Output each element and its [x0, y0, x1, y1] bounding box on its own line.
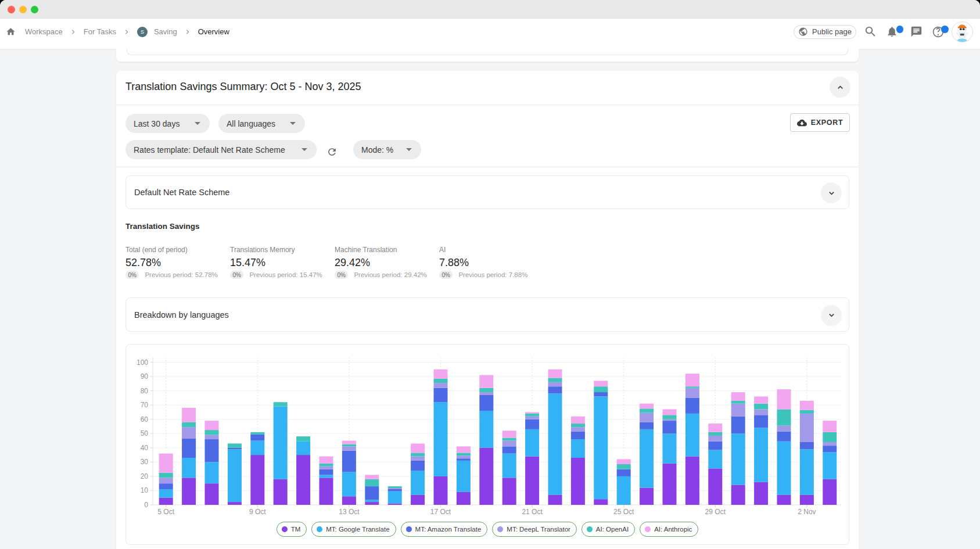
svg-text:40: 40	[141, 444, 149, 452]
svg-text:30: 30	[141, 458, 149, 466]
svg-text:2 Nov: 2 Nov	[798, 508, 816, 516]
svg-text:21 Oct: 21 Oct	[522, 508, 543, 516]
svg-text:10: 10	[141, 486, 149, 494]
svg-text:90: 90	[141, 372, 149, 381]
svg-text:0: 0	[144, 501, 148, 509]
svg-text:13 Oct: 13 Oct	[339, 508, 360, 516]
svg-text:80: 80	[141, 387, 149, 395]
svg-text:5 Oct: 5 Oct	[157, 508, 174, 516]
svg-text:17 Oct: 17 Oct	[430, 508, 451, 516]
svg-text:25 Oct: 25 Oct	[613, 508, 634, 516]
svg-text:50: 50	[141, 429, 149, 437]
svg-text:20: 20	[141, 472, 149, 480]
svg-text:9 Oct: 9 Oct	[249, 508, 266, 516]
svg-text:70: 70	[141, 401, 149, 409]
svg-text:60: 60	[141, 415, 149, 424]
svg-text:29 Oct: 29 Oct	[705, 508, 726, 516]
svg-text:100: 100	[137, 358, 148, 367]
